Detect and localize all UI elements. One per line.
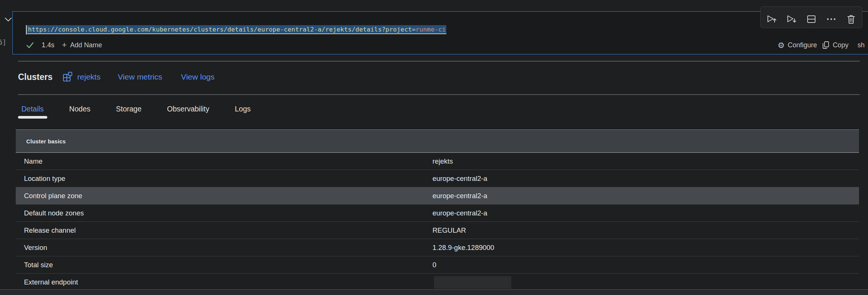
row-label: Total size <box>16 261 432 269</box>
execute-below-icon[interactable] <box>786 14 797 25</box>
row-value: 1.28.9-gke.1289000 <box>432 244 494 251</box>
row-label: Version <box>16 244 432 252</box>
execution-count: [5] <box>0 39 6 46</box>
url-link[interactable]: https://console.cloud.google.com/kuberne… <box>27 25 447 34</box>
row-value: REGULAR <box>432 226 466 234</box>
view-logs-link[interactable]: View logs <box>181 72 215 81</box>
tab[interactable]: Storage <box>113 101 145 116</box>
gear-icon: ⚙ <box>778 41 785 49</box>
row-value: 0 <box>432 261 436 269</box>
tab[interactable]: Details <box>18 101 47 116</box>
table-row[interactable]: Name rejekts <box>16 153 859 170</box>
row-label: Release channel <box>16 226 432 235</box>
copy-icon <box>821 41 830 50</box>
output-header: Clusters rejekts View metrics View logs <box>18 69 215 85</box>
cluster-icon <box>62 71 74 83</box>
execute-above-icon[interactable] <box>766 14 777 25</box>
table-section-header: Cluster basics <box>16 129 859 153</box>
cell-collapse-chevron-icon[interactable] <box>3 17 13 23</box>
table-row[interactable]: External endpoint <box>16 274 859 291</box>
success-check-icon <box>26 42 34 49</box>
redacted-value-box <box>434 276 511 289</box>
output-top-divider <box>18 61 860 62</box>
row-value: rejekts <box>432 157 453 165</box>
configure-button[interactable]: ⚙ Configure <box>778 41 817 49</box>
detail-tabs: Details Nodes Storage Observability Logs <box>18 101 254 116</box>
row-value: europe-central2-a <box>432 175 487 182</box>
more-actions-icon[interactable] <box>826 14 837 25</box>
row-label: Control plane zone <box>16 192 432 200</box>
execution-duration: 1.4s <box>42 41 54 49</box>
split-cell-icon[interactable] <box>806 14 817 25</box>
row-value: europe-central2-a <box>432 209 487 217</box>
table-row[interactable]: Location type europe-central2-a <box>16 170 859 187</box>
row-label: Default node zones <box>16 209 432 217</box>
row-label: Name <box>16 157 432 166</box>
add-name-button[interactable]: + Add Name <box>62 40 102 50</box>
row-label: Location type <box>16 175 432 183</box>
header-divider <box>18 94 860 95</box>
copy-button[interactable]: Copy <box>821 41 848 50</box>
table-row[interactable]: Version 1.28.9-gke.1289000 <box>16 239 859 256</box>
view-metrics-link[interactable]: View metrics <box>118 72 162 81</box>
page-title: Clusters <box>18 72 53 82</box>
tab[interactable]: Logs <box>231 101 254 116</box>
row-label: External endpoint <box>16 278 432 286</box>
cell-language-label[interactable]: sh <box>857 41 865 49</box>
cluster-basics-table: Cluster basics Name rejekts Location typ… <box>16 129 859 291</box>
table-row[interactable]: Release channel REGULAR <box>16 222 859 239</box>
notebook-cell[interactable]: https://console.cloud.google.com/kuberne… <box>12 11 868 54</box>
cell-code-line[interactable]: https://console.cloud.google.com/kuberne… <box>26 24 446 35</box>
table-rows: Name rejekts Location type europe-centra… <box>16 153 859 291</box>
plus-icon: + <box>62 40 67 50</box>
table-row[interactable]: Total size 0 <box>16 256 859 274</box>
tab[interactable]: Nodes <box>66 101 94 116</box>
cluster-name-link[interactable]: rejekts <box>62 71 101 83</box>
table-row[interactable]: Control plane zone europe-central2-a <box>16 187 859 205</box>
delete-cell-icon[interactable] <box>845 14 857 25</box>
cell-status-bar: 1.4s + Add Name ⚙ Configure Copy sh <box>26 39 865 51</box>
row-value: europe-central2-a <box>432 192 487 200</box>
table-row[interactable]: Default node zones europe-central2-a <box>16 205 859 222</box>
bottom-boundary-band <box>0 289 868 295</box>
text-cursor <box>26 25 27 35</box>
tab[interactable]: Observability <box>164 101 213 116</box>
cell-toolbar <box>760 6 862 28</box>
